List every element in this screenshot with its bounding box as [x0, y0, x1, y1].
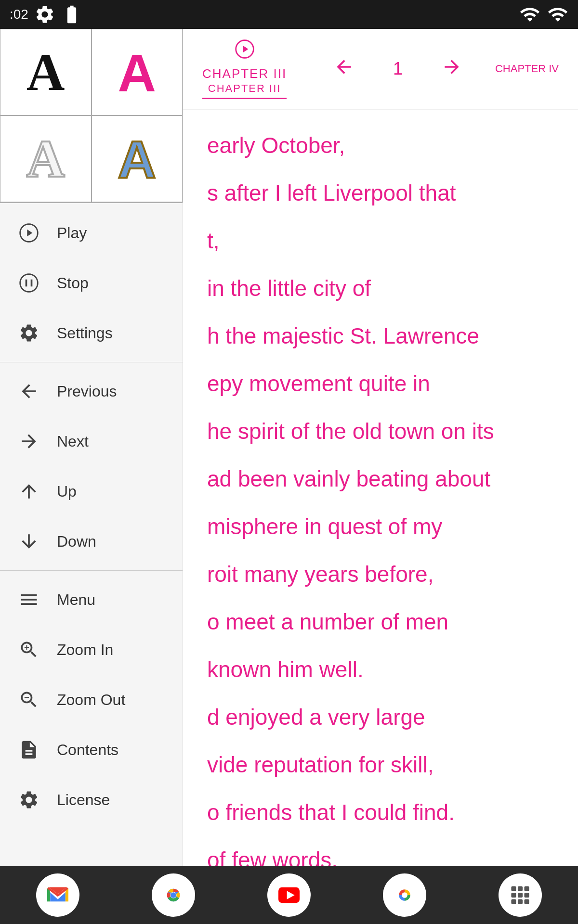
- settings-icon: [34, 4, 55, 25]
- menu-label-contents: Contents: [57, 741, 118, 759]
- svg-rect-18: [518, 893, 523, 898]
- pause-icon: [15, 270, 42, 296]
- status-bar: :02: [0, 0, 578, 29]
- menu-label-zoom-out: Zoom Out: [57, 691, 125, 709]
- main-layout: A A A A Play: [0, 29, 578, 866]
- menu-item-menu[interactable]: Menu: [0, 575, 183, 625]
- menu-label-menu: Menu: [57, 591, 95, 609]
- book-paragraph-10: o meet a number of men: [207, 605, 554, 639]
- menu-label-next: Next: [57, 433, 89, 450]
- book-paragraph-5: epy movement quite in: [207, 367, 554, 400]
- font-letter-pink: A: [118, 42, 156, 103]
- menu-label-stop: Stop: [57, 274, 89, 292]
- play-icon: [15, 219, 42, 246]
- next-nav-button[interactable]: [432, 50, 472, 88]
- book-paragraph-12: d enjoyed a very large: [207, 701, 554, 734]
- menu-label-up: Up: [57, 483, 77, 500]
- font-option-outline-serif[interactable]: A: [0, 116, 92, 202]
- arrow-down-icon: [15, 528, 42, 555]
- book-paragraph-6: he spirit of the old town on its: [207, 415, 554, 448]
- license-icon: [15, 786, 42, 813]
- book-paragraph-2: t,: [207, 224, 554, 257]
- chrome-app-icon[interactable]: [152, 873, 195, 917]
- book-paragraph-13: vide reputation for skill,: [207, 748, 554, 782]
- prev-nav-button[interactable]: [324, 50, 364, 88]
- chapter-subtitle: CHAPTER III: [208, 82, 281, 95]
- status-right: [519, 4, 568, 25]
- book-paragraph-4: h the majestic St. Lawrence: [207, 320, 554, 353]
- status-left: :02: [10, 4, 82, 25]
- chapter-play-icon[interactable]: [234, 38, 255, 64]
- menu-label-zoom-in: Zoom In: [57, 641, 113, 659]
- signal-icon: [547, 4, 568, 25]
- font-selector-grid: A A A A: [0, 29, 183, 203]
- book-paragraph-8: misphere in quest of my: [207, 510, 554, 543]
- arrow-up-icon: [15, 478, 42, 505]
- book-paragraph-1: s after I left Liverpool that: [207, 177, 554, 210]
- font-option-black-serif[interactable]: A: [0, 29, 92, 116]
- chapter-header: CHAPTER III CHAPTER III 1 CHAPTER IV: [183, 29, 578, 110]
- menu-icon: [15, 586, 42, 613]
- chapter-underline: [202, 98, 287, 99]
- zoom-in-icon: [15, 636, 42, 663]
- font-letter-outline: A: [26, 128, 65, 190]
- book-paragraph-3: in the little city of: [207, 272, 554, 305]
- menu-item-next[interactable]: Next: [0, 416, 183, 466]
- font-letter-blue-outline: A: [118, 128, 156, 190]
- svg-point-10: [171, 892, 176, 898]
- arrow-right-icon: [15, 428, 42, 455]
- menu-divider-2: [0, 570, 183, 571]
- book-paragraph-0: early October,: [207, 129, 554, 162]
- svg-marker-1: [27, 230, 32, 237]
- svg-rect-17: [511, 893, 516, 898]
- svg-rect-16: [524, 886, 529, 891]
- menu-item-down[interactable]: Down: [0, 516, 183, 566]
- book-paragraph-15: of few words,: [207, 844, 554, 866]
- font-option-blue-outline[interactable]: A: [92, 116, 183, 202]
- svg-rect-14: [511, 886, 516, 891]
- menu-item-previous[interactable]: Previous: [0, 366, 183, 416]
- svg-rect-21: [518, 899, 523, 904]
- svg-rect-20: [511, 899, 516, 904]
- svg-rect-15: [518, 886, 523, 891]
- battery-icon: [61, 4, 82, 25]
- next-chapter-label: CHAPTER IV: [486, 63, 559, 75]
- font-option-pink-sans[interactable]: A: [92, 29, 183, 116]
- youtube-app-icon[interactable]: [267, 873, 311, 917]
- gear-icon: [15, 320, 42, 346]
- menu-item-up[interactable]: Up: [0, 466, 183, 516]
- menu-item-play[interactable]: Play: [0, 208, 183, 258]
- sidebar: A A A A Play: [0, 29, 183, 866]
- gmail-app-icon[interactable]: [36, 873, 79, 917]
- book-paragraph-11: known him well.: [207, 653, 554, 686]
- menu-item-contents[interactable]: Contents: [0, 725, 183, 775]
- menu-item-stop[interactable]: Stop: [0, 258, 183, 308]
- page-number: 1: [379, 59, 417, 79]
- app-drawer-icon[interactable]: [499, 873, 542, 917]
- book-paragraph-7: ad been vainly beating about: [207, 462, 554, 496]
- menu-divider-1: [0, 362, 183, 362]
- contents-icon: [15, 736, 42, 763]
- wifi-icon: [519, 4, 540, 25]
- menu-label-license: License: [57, 791, 110, 809]
- menu-item-license[interactable]: License: [0, 775, 183, 825]
- book-paragraph-14: o friends that I could find.: [207, 796, 554, 829]
- content-area: CHAPTER III CHAPTER III 1 CHAPTER IV: [183, 29, 578, 866]
- chapter-title: CHAPTER III: [202, 66, 287, 81]
- menu-item-settings[interactable]: Settings: [0, 308, 183, 358]
- chapter-center: CHAPTER III CHAPTER III: [202, 38, 287, 99]
- status-time: :02: [10, 7, 28, 22]
- book-paragraph-9: roit many years before,: [207, 558, 554, 591]
- svg-point-2: [20, 274, 38, 292]
- photos-app-icon[interactable]: [383, 873, 426, 917]
- menu-section: Play Stop: [0, 203, 183, 830]
- svg-rect-19: [524, 893, 529, 898]
- menu-label-down: Down: [57, 533, 96, 551]
- menu-label-settings: Settings: [57, 324, 113, 342]
- menu-item-zoom-in[interactable]: Zoom In: [0, 625, 183, 675]
- svg-marker-6: [243, 46, 248, 53]
- zoom-out-icon: [15, 686, 42, 713]
- book-text: early October, s after I left Liverpool …: [183, 110, 578, 866]
- svg-rect-22: [524, 899, 529, 904]
- menu-item-zoom-out[interactable]: Zoom Out: [0, 675, 183, 725]
